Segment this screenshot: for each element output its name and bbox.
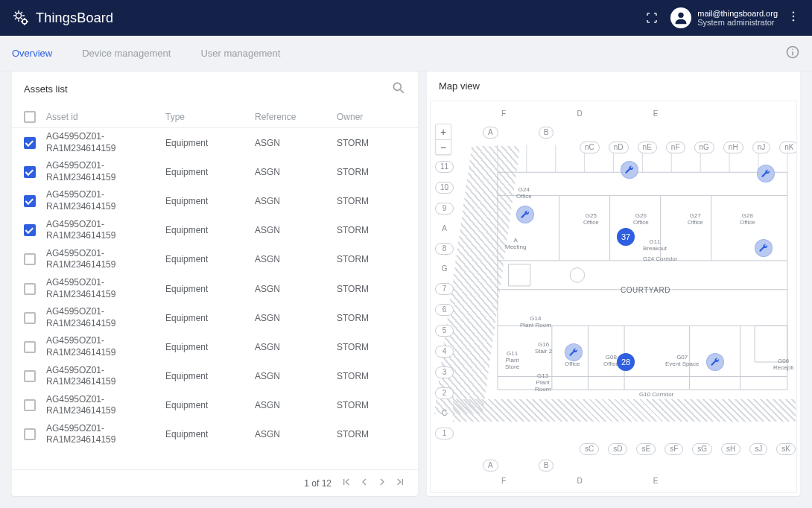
brand[interactable]: ThingsBoard: [12, 9, 113, 27]
cell-reference: ASGN: [252, 281, 334, 297]
room-label: G28Office: [740, 213, 755, 226]
col-owner[interactable]: Owner: [334, 112, 408, 122]
fullscreen-icon[interactable]: [645, 11, 659, 25]
cell-reference: ASGN: [252, 135, 334, 151]
wrench-icon[interactable]: [565, 343, 583, 361]
user-role: System administrator: [697, 18, 778, 27]
cell-type: Equipment: [162, 310, 252, 326]
cell-owner: STORM: [334, 368, 408, 384]
select-all-checkbox[interactable]: [24, 111, 36, 123]
room-label: G25Office: [583, 213, 599, 226]
axis-label: 4: [435, 346, 454, 358]
axis-label: sE: [636, 443, 656, 455]
wrench-icon[interactable]: [516, 206, 534, 223]
user-text: mail@thingsboard.org System administrato…: [697, 9, 778, 27]
room-label: G27Office: [688, 213, 703, 226]
axis-label: E: [650, 109, 662, 119]
search-icon[interactable]: [391, 80, 406, 98]
cell-reference: ASGN: [252, 251, 334, 267]
axis-label: sK: [776, 443, 796, 455]
cell-reference: ASGN: [252, 222, 334, 238]
row-checkbox[interactable]: [24, 428, 36, 440]
tab-user-management[interactable]: User management: [200, 43, 280, 63]
row-checkbox[interactable]: [24, 312, 36, 324]
axis-label: C: [435, 408, 454, 419]
table-row[interactable]: AG4595OZ01-RA1M234614159EquipmentASGNSTO…: [12, 274, 418, 303]
svg-point-5: [793, 19, 794, 21]
room-label: G06Recepti: [773, 358, 793, 372]
axis-label: B: [539, 127, 554, 139]
tab-overview[interactable]: Overview: [12, 43, 52, 63]
page-last-icon[interactable]: [394, 476, 406, 490]
axis-label: nH: [723, 142, 743, 153]
cell-owner: STORM: [334, 397, 408, 413]
tab-device-management[interactable]: Device management: [82, 43, 171, 63]
row-checkbox[interactable]: [24, 253, 36, 265]
wrench-icon[interactable]: [757, 165, 775, 182]
info-icon[interactable]: [785, 45, 800, 63]
map-panel: Map view: [427, 72, 800, 496]
cell-type: Equipment: [162, 222, 252, 238]
axis-label: A: [483, 460, 498, 472]
map-pane[interactable]: + − FDE AB nCnDnEnFnGnHnJnKnL AB sCsDsEs…: [430, 101, 797, 493]
col-type[interactable]: Type: [162, 112, 252, 122]
cell-type: Equipment: [162, 368, 252, 384]
row-checkbox[interactable]: [24, 283, 36, 295]
cell-type: Equipment: [162, 397, 252, 413]
cell-asset-id: AG4595OZ01-RA1M234614159: [43, 303, 162, 332]
cell-type: Equipment: [162, 164, 252, 180]
table-row[interactable]: AG4595OZ01-RA1M234614159EquipmentASGNSTO…: [12, 245, 418, 274]
table-row[interactable]: AG4595OZ01-RA1M234614159EquipmentASGNSTO…: [12, 186, 418, 215]
axis-label: E: [650, 476, 662, 486]
row-checkbox[interactable]: [24, 137, 36, 149]
axis-label: nE: [638, 142, 657, 153]
axis-label: sH: [721, 443, 740, 455]
axis-label: D: [574, 109, 586, 119]
col-asset-id[interactable]: Asset id: [43, 112, 162, 122]
table-row[interactable]: AG4595OZ01-RA1M234614159EquipmentASGNSTO…: [12, 303, 418, 332]
axis-label: nD: [609, 142, 629, 153]
zoom-out-button[interactable]: −: [436, 139, 451, 154]
wrench-icon[interactable]: [706, 353, 724, 371]
axis-label: 6: [435, 304, 454, 316]
table-row[interactable]: AG4595OZ01-RA1M234614159EquipmentASGNSTO…: [12, 391, 418, 420]
room-label: G11PlantStore: [505, 351, 519, 370]
axis-label: 10: [435, 182, 454, 194]
table-row[interactable]: AG4595OZ01-RA1M234614159EquipmentASGNSTO…: [12, 332, 418, 361]
table-row[interactable]: AG4595OZ01-RA1M234614159EquipmentASGNSTO…: [12, 362, 418, 391]
page-next-icon[interactable]: [376, 476, 388, 490]
row-checkbox[interactable]: [24, 341, 36, 353]
more-vert-icon[interactable]: [787, 10, 800, 26]
row-checkbox[interactable]: [24, 224, 36, 236]
table-row[interactable]: AG4595OZ01-RA1M234614159EquipmentASGNSTO…: [12, 216, 418, 245]
cell-asset-id: AG4595OZ01-RA1M234614159: [43, 420, 162, 449]
row-checkbox[interactable]: [24, 370, 36, 382]
axis-label: 11: [435, 161, 454, 173]
axis-label: 5: [435, 325, 454, 337]
axis-label: 1: [435, 428, 454, 439]
row-checkbox[interactable]: [24, 166, 36, 178]
wrench-icon[interactable]: [755, 239, 773, 257]
user-menu[interactable]: mail@thingsboard.org System administrato…: [670, 7, 778, 28]
col-reference[interactable]: Reference: [252, 112, 334, 122]
cluster-badge[interactable]: 37: [617, 228, 635, 246]
cell-asset-id: AG4595OZ01-RA1M234614159: [43, 362, 162, 391]
svg-point-8: [792, 48, 793, 50]
axis-label: nF: [666, 142, 685, 153]
cell-asset-id: AG4595OZ01-RA1M234614159: [43, 274, 162, 303]
axis-label: G: [435, 264, 454, 274]
page-first-icon[interactable]: [340, 476, 352, 490]
room-label: G07Event Space: [665, 355, 699, 368]
table-row[interactable]: AG4595OZ01-RA1M234614159EquipmentASGNSTO…: [12, 420, 418, 449]
table-row[interactable]: AG4595OZ01-RA1M234614159EquipmentASGNSTO…: [12, 128, 418, 157]
wrench-icon[interactable]: [621, 161, 638, 179]
row-checkbox[interactable]: [24, 195, 36, 207]
cluster-badge[interactable]: 28: [617, 353, 635, 371]
svg-point-4: [793, 16, 794, 17]
page-prev-icon[interactable]: [358, 476, 370, 490]
table-row[interactable]: AG4595OZ01-RA1M234614159EquipmentASGNSTO…: [12, 157, 418, 186]
cell-reference: ASGN: [252, 426, 334, 442]
row-checkbox[interactable]: [24, 399, 36, 411]
map-title: Map view: [427, 72, 800, 101]
zoom-in-button[interactable]: +: [436, 124, 451, 139]
